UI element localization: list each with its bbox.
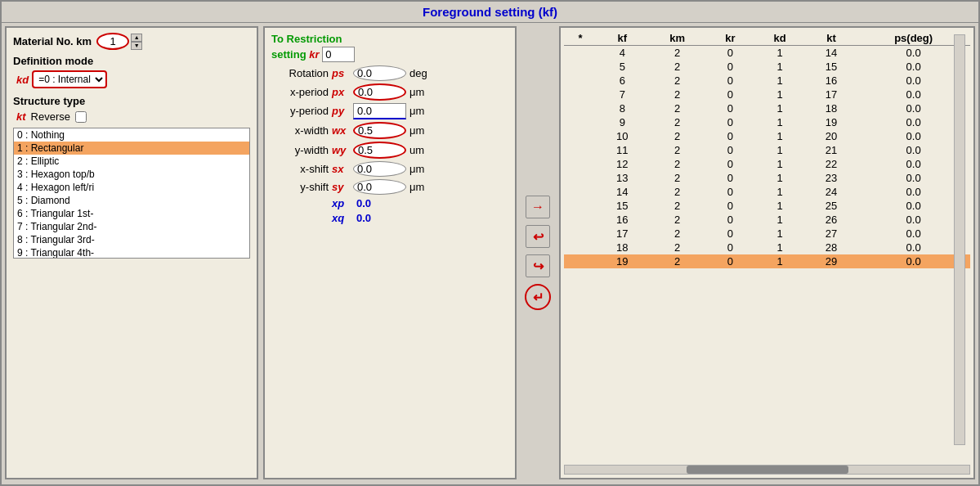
reverse-checkbox[interactable] — [75, 111, 87, 123]
param-name-0: Rotation — [271, 67, 329, 79]
param-unit-5: μm — [409, 163, 434, 175]
table-cell-12-4: 1 — [754, 213, 806, 227]
table-cell-7-3: 0 — [707, 143, 754, 157]
table-cell-11-1: 15 — [597, 199, 647, 213]
table-row[interactable]: 9201190.0 — [564, 115, 970, 129]
table-cell-15-3: 0 — [707, 254, 754, 268]
table-cell-14-3: 0 — [707, 241, 754, 254]
table-row[interactable]: 11201210.0 — [564, 143, 970, 157]
table-cell-14-4: 1 — [754, 241, 806, 254]
table-cell-10-1: 14 — [597, 185, 647, 199]
table-cell-15-4: 1 — [754, 254, 806, 268]
param-input-5[interactable] — [353, 161, 406, 177]
nav-button-3[interactable]: ↵ — [525, 284, 551, 310]
param-name-6: y-shift — [271, 181, 329, 193]
table-cell-8-0 — [564, 157, 597, 171]
table-row[interactable]: 13201230.0 — [564, 171, 970, 185]
kd-select[interactable]: =0 : Internal =1 : sub.dat — [32, 70, 107, 88]
nav-button-1[interactable]: ↩ — [526, 225, 550, 248]
km-down-button[interactable]: ▼ — [131, 42, 142, 50]
table-row[interactable]: 19201290.0 — [564, 254, 970, 268]
table-cell-3-4: 1 — [754, 88, 806, 101]
vertical-scrollbar[interactable] — [954, 34, 965, 445]
table-cell-6-3: 0 — [707, 129, 754, 143]
nav-button-0[interactable]: → — [526, 196, 550, 218]
param-input-4[interactable] — [353, 142, 406, 159]
param-var-7: xp — [332, 197, 350, 209]
table-cell-8-3: 0 — [707, 157, 754, 171]
struct-item-6[interactable]: 6 : Triangular 1st- — [14, 207, 249, 220]
struct-item-9[interactable]: 9 : Triangular 4th- — [14, 246, 249, 259]
struct-item-1[interactable]: 1 : Rectangular — [14, 142, 249, 155]
table-row[interactable]: 12201220.0 — [564, 157, 970, 171]
table-cell-11-2: 2 — [647, 199, 706, 213]
table-cell-4-4: 1 — [754, 101, 806, 115]
table-cell-11-0 — [564, 199, 597, 213]
table-cell-12-2: 2 — [647, 213, 706, 227]
km-up-button[interactable]: ▲ — [131, 34, 142, 42]
table-row[interactable]: 14201240.0 — [564, 185, 970, 199]
km-input[interactable] — [96, 33, 129, 50]
table-row[interactable]: 18201280.0 — [564, 241, 970, 254]
struct-item-5[interactable]: 5 : Diamond — [14, 194, 249, 207]
table-wrapper: *kfkmkrkdktps(deg)4201140.05201150.06201… — [564, 31, 970, 461]
param-input-3[interactable] — [353, 122, 406, 139]
table-cell-6-2: 2 — [647, 129, 706, 143]
struct-item-3[interactable]: 3 : Hexagon top/b — [14, 168, 249, 181]
nav-button-2[interactable]: ↪ — [526, 254, 550, 277]
param-var-1: px — [332, 86, 350, 98]
table-cell-7-1: 11 — [597, 143, 647, 157]
table-header-2: km — [647, 31, 706, 46]
table-row[interactable]: 10201200.0 — [564, 129, 970, 143]
table-cell-5-0 — [564, 115, 597, 129]
table-cell-9-3: 0 — [707, 171, 754, 185]
param-row-1: x-period px μm — [271, 83, 508, 101]
table-cell-8-4: 1 — [754, 157, 806, 171]
table-cell-2-5: 16 — [806, 74, 857, 88]
struct-item-8[interactable]: 8 : Triangular 3rd- — [14, 233, 249, 246]
table-cell-8-2: 2 — [647, 157, 706, 171]
kd-label: kd — [16, 74, 29, 86]
param-unit-3: μm — [409, 124, 434, 137]
struct-item-0[interactable]: 0 : Nothing — [14, 128, 249, 142]
table-row[interactable]: 8201180.0 — [564, 101, 970, 115]
param-name-2: y-period — [271, 105, 329, 117]
struct-item-7[interactable]: 7 : Triangular 2nd- — [14, 220, 249, 233]
table-header-1: kf — [597, 31, 647, 46]
table-cell-10-5: 24 — [806, 185, 857, 199]
table-cell-12-0 — [564, 213, 597, 227]
param-var-2: py — [332, 105, 350, 117]
table-cell-9-5: 23 — [806, 171, 857, 185]
kr-input[interactable] — [322, 47, 355, 62]
structure-type-label: Structure type — [13, 95, 250, 107]
param-input-1[interactable] — [353, 83, 406, 101]
table-cell-14-5: 28 — [806, 241, 857, 254]
param-var-8: xq — [332, 212, 350, 224]
param-unit-0: deg — [409, 67, 434, 79]
table-row[interactable]: 17201270.0 — [564, 227, 970, 241]
param-input-6[interactable] — [353, 179, 406, 195]
table-cell-10-4: 1 — [754, 185, 806, 199]
struct-item-2[interactable]: 2 : Elliptic — [14, 155, 249, 168]
table-cell-1-3: 0 — [707, 60, 754, 74]
param-input-0[interactable] — [353, 65, 406, 81]
table-row[interactable]: 5201150.0 — [564, 60, 970, 74]
scrollbar-thumb — [687, 466, 848, 474]
param-input-2[interactable] — [353, 103, 406, 119]
table-row[interactable]: 4201140.0 — [564, 46, 970, 61]
struct-listbox[interactable]: 0 : Nothing1 : Rectangular2 : Elliptic3 … — [13, 128, 250, 259]
table-row[interactable]: 7201170.0 — [564, 88, 970, 101]
horizontal-scrollbar[interactable] — [564, 465, 970, 475]
table-cell-1-1: 5 — [597, 60, 647, 74]
table-cell-13-3: 0 — [707, 227, 754, 241]
table-cell-2-4: 1 — [754, 74, 806, 88]
struct-item-4[interactable]: 4 : Hexagon left/ri — [14, 181, 249, 194]
table-cell-13-0 — [564, 227, 597, 241]
table-row[interactable]: 16201260.0 — [564, 213, 970, 227]
param-value-7: 0.0 — [353, 197, 406, 209]
table-row[interactable]: 15201250.0 — [564, 199, 970, 213]
param-name-3: x-width — [271, 124, 329, 137]
table-cell-3-3: 0 — [707, 88, 754, 101]
table-cell-13-5: 27 — [806, 227, 857, 241]
table-row[interactable]: 6201160.0 — [564, 74, 970, 88]
